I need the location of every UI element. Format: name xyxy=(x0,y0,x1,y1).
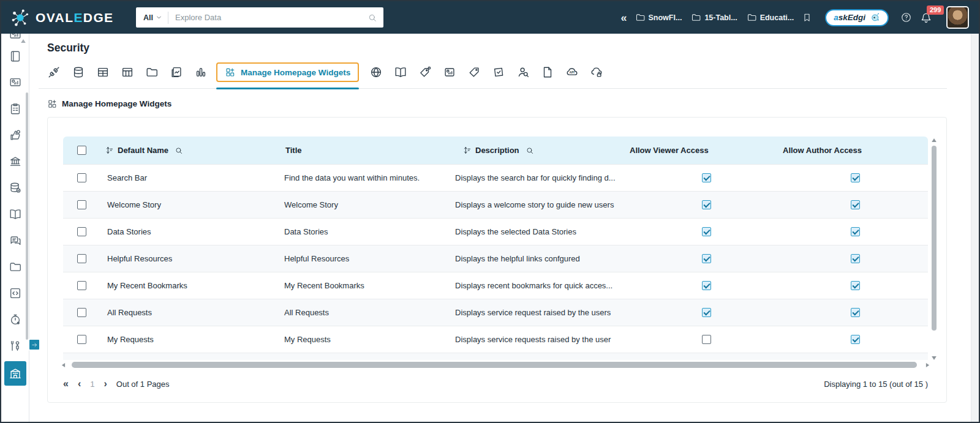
row-checkbox[interactable] xyxy=(77,254,86,263)
sidebar-item-glossary[interactable] xyxy=(1,201,29,227)
table-row[interactable]: All RequestsAll RequestsDisplays service… xyxy=(63,299,928,326)
page-scrollbar-track[interactable] xyxy=(971,34,979,422)
ovaledge-logo[interactable]: OVALEDGE xyxy=(10,7,134,28)
sidebar-item-collaboration[interactable] xyxy=(1,227,29,253)
recent-tab-2[interactable]: 15-Tabl... xyxy=(691,12,737,23)
author-access-checkbox[interactable] xyxy=(851,227,860,236)
sidebar-item-dashboard[interactable] xyxy=(1,69,29,95)
horizontal-scrollbar-track[interactable] xyxy=(68,362,923,368)
tab-terms[interactable] xyxy=(418,66,432,79)
table-row[interactable]: Search BarFind the data you want within … xyxy=(63,164,928,191)
tab-user-audit[interactable] xyxy=(516,66,530,79)
scroll-up-icon[interactable] xyxy=(931,137,937,143)
tab-tags[interactable] xyxy=(467,66,481,79)
scroll-right-icon[interactable] xyxy=(925,362,930,368)
author-access-checkbox[interactable] xyxy=(851,335,860,344)
author-access-checkbox[interactable] xyxy=(851,173,860,182)
first-page-button[interactable]: « xyxy=(63,379,69,389)
sidebar-item-journal[interactable] xyxy=(1,43,29,69)
tab-reports[interactable] xyxy=(194,66,208,79)
row-checkbox[interactable] xyxy=(77,200,86,209)
column-header-default-name[interactable]: Default Name xyxy=(118,146,168,155)
bookmark-icon[interactable] xyxy=(802,12,812,23)
sidebar-expand-button[interactable] xyxy=(28,339,40,351)
scroll-down-icon[interactable] xyxy=(931,355,937,361)
askedgi-button[interactable]: askEdgi xyxy=(825,9,889,26)
table-row[interactable]: My Recent BookmarksMy Recent BookmarksDi… xyxy=(63,272,928,299)
tab-documents[interactable] xyxy=(541,66,554,79)
horizontal-scrollbar-thumb[interactable] xyxy=(72,362,917,368)
row-checkbox[interactable] xyxy=(77,335,86,344)
sort-icon[interactable] xyxy=(105,146,114,155)
table-row[interactable]: Helpful ResourcesHelpful ResourcesDispla… xyxy=(63,245,928,272)
column-header-title[interactable]: Title xyxy=(285,146,302,155)
sidebar-item-clipboard[interactable] xyxy=(1,95,29,122)
tab-api-security[interactable] xyxy=(590,66,603,79)
tab-folders[interactable] xyxy=(145,66,159,79)
viewer-access-checkbox[interactable] xyxy=(702,254,711,263)
viewer-access-checkbox[interactable] xyxy=(702,227,711,236)
sidebar-scroll-up-icon[interactable] xyxy=(20,38,26,44)
previous-page-button[interactable]: ‹ xyxy=(78,379,81,389)
book-icon xyxy=(9,208,22,221)
tab-glossary[interactable] xyxy=(394,66,407,79)
db-check-icon xyxy=(9,181,22,195)
tab-domains[interactable] xyxy=(369,66,383,79)
current-page-number[interactable]: 1 xyxy=(90,380,94,389)
row-checkbox[interactable] xyxy=(77,308,86,317)
viewer-access-checkbox[interactable] xyxy=(702,308,711,317)
sidebar-item-jobs[interactable] xyxy=(1,306,29,332)
sidebar-scrollbar-thumb[interactable] xyxy=(26,92,28,340)
tab-report-items[interactable] xyxy=(443,66,456,79)
recent-tab-1[interactable]: SnowFl... xyxy=(635,12,682,23)
sort-icon[interactable] xyxy=(462,146,472,155)
tab-queries[interactable] xyxy=(170,66,183,79)
recent-tab-3[interactable]: Educati... xyxy=(747,12,794,23)
author-access-checkbox[interactable] xyxy=(851,281,860,290)
author-access-checkbox[interactable] xyxy=(851,254,860,263)
search-scope-dropdown[interactable]: All xyxy=(143,13,162,22)
column-search-icon[interactable] xyxy=(526,146,534,155)
author-access-checkbox[interactable] xyxy=(851,308,860,317)
active-tab-label: Manage Homepage Widgets xyxy=(241,68,350,77)
help-icon[interactable] xyxy=(900,12,912,23)
sidebar-item-governance[interactable] xyxy=(1,148,29,174)
search-icon[interactable] xyxy=(368,13,377,23)
sidebar-item-query-sheet[interactable] xyxy=(1,280,29,306)
tab-databases[interactable] xyxy=(72,66,85,79)
table-row[interactable]: Welcome StoryWelcome StoryDisplays a wel… xyxy=(63,191,928,218)
tab-manage-homepage-widgets[interactable]: Manage Homepage Widgets xyxy=(216,62,359,82)
tab-connectors[interactable] xyxy=(47,66,61,79)
sidebar-item-files[interactable] xyxy=(1,253,29,280)
column-header-description[interactable]: Description xyxy=(475,146,519,155)
journal-icon xyxy=(9,50,22,63)
sidebar-item-tools[interactable] xyxy=(1,332,29,359)
viewer-access-checkbox[interactable] xyxy=(702,200,711,209)
collapse-tabs-icon[interactable]: « xyxy=(621,12,627,23)
viewer-access-checkbox[interactable] xyxy=(702,281,711,290)
sidebar-item-endorse[interactable] xyxy=(1,122,29,148)
vertical-scrollbar-thumb[interactable] xyxy=(932,146,937,331)
table-row[interactable]: My RequestsMy RequestsDisplays service r… xyxy=(63,326,928,353)
user-avatar[interactable] xyxy=(946,6,969,29)
tab-table-columns[interactable] xyxy=(121,66,134,79)
scroll-left-icon[interactable] xyxy=(61,362,66,368)
row-checkbox[interactable] xyxy=(77,281,86,290)
viewer-access-checkbox[interactable] xyxy=(702,173,711,182)
sidebar-item-security[interactable] xyxy=(1,359,29,388)
row-checkbox[interactable] xyxy=(77,227,86,236)
viewer-access-checkbox[interactable] xyxy=(702,335,711,344)
search-input[interactable] xyxy=(174,12,362,23)
next-page-button[interactable]: › xyxy=(104,379,107,389)
tab-tables[interactable] xyxy=(96,66,110,79)
table-row[interactable]: Data StoriesData StoriesDisplays the sel… xyxy=(63,218,928,245)
notification-badge: 299 xyxy=(927,6,944,15)
column-search-icon[interactable] xyxy=(175,146,183,155)
tab-api-access[interactable]: API xyxy=(565,66,579,79)
row-checkbox[interactable] xyxy=(77,173,86,182)
sidebar-item-data-quality[interactable] xyxy=(1,174,29,201)
select-all-checkbox[interactable] xyxy=(77,146,86,155)
author-access-checkbox[interactable] xyxy=(851,200,860,209)
tab-approvals[interactable] xyxy=(492,66,505,79)
notifications[interactable]: 299 xyxy=(920,12,932,24)
